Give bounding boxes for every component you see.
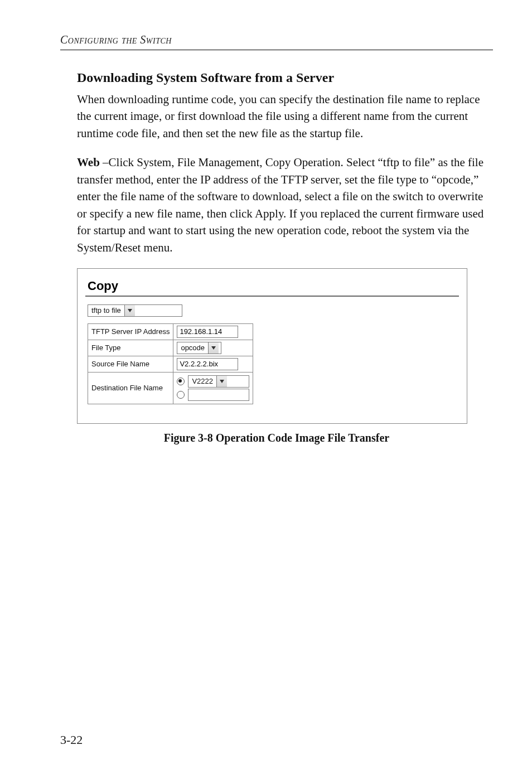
svg-marker-1 — [211, 346, 216, 350]
chevron-down-icon[interactable] — [216, 376, 227, 387]
p2-lead: Web — [77, 156, 100, 169]
filetype-label: File Type — [88, 340, 173, 356]
copy-panel: Copy tftp to file TFTP Server IP Address… — [77, 268, 467, 424]
paragraph-1: When downloading runtime code, you can s… — [77, 91, 493, 142]
table-row: Destination File Name V2222 — [88, 372, 253, 404]
destname-label: Destination File Name — [88, 372, 173, 404]
source-file-input[interactable] — [177, 358, 238, 370]
svg-marker-2 — [220, 380, 224, 383]
table-row: Source File Name — [88, 356, 253, 372]
chevron-down-icon[interactable] — [124, 305, 135, 316]
chevron-down-icon[interactable] — [208, 342, 219, 354]
transfer-method-value: tftp to file — [88, 306, 124, 315]
panel-title: Copy — [88, 279, 459, 293]
dest-file-select[interactable]: V2222 — [188, 375, 249, 388]
page-number: 3-22 — [60, 733, 83, 747]
filetype-select[interactable]: opcode — [177, 342, 221, 354]
p2-rest: –Click System, File Management, Copy Ope… — [77, 156, 483, 254]
figure-caption: Figure 3-8 Operation Code Image File Tra… — [60, 432, 493, 444]
panel-hr — [85, 296, 459, 297]
tftp-ip-input[interactable] — [177, 326, 238, 338]
dest-radio-existing[interactable] — [177, 378, 185, 385]
table-row: TFTP Server IP Address — [88, 323, 253, 340]
tftp-label: TFTP Server IP Address — [88, 323, 173, 340]
config-table: TFTP Server IP Address File Type opcode — [88, 323, 253, 404]
dest-file-select-value: V2222 — [188, 374, 216, 389]
filetype-value: opcode — [177, 344, 208, 352]
transfer-method-select[interactable]: tftp to file — [88, 304, 182, 317]
dest-file-input[interactable] — [188, 389, 249, 401]
section-heading: Downloading System Software from a Serve… — [77, 70, 493, 85]
svg-marker-0 — [128, 309, 132, 312]
running-head: Configuring the Switch — [60, 33, 493, 50]
srcname-label: Source File Name — [88, 356, 173, 372]
dest-radio-new[interactable] — [177, 391, 185, 399]
paragraph-2: Web –Click System, File Management, Copy… — [77, 154, 493, 256]
table-row: File Type opcode — [88, 340, 253, 356]
